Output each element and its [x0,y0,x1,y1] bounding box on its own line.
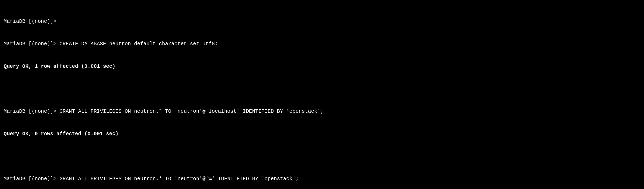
prompt-5: MariaDB [(none)]> GRANT ALL PRIVILEGES O… [4,108,323,114]
prompt-2: MariaDB [(none)]> CREATE DATABASE neutro… [4,41,218,47]
prompt-1: MariaDB [(none)]> [4,18,56,24]
terminal-line-8: MariaDB [(none)]> GRANT ALL PRIVILEGES O… [4,175,640,183]
terminal-line-5: MariaDB [(none)]> GRANT ALL PRIVILEGES O… [4,108,640,115]
result-3: Query OK, 1 row affected (0.001 sec) [4,63,115,69]
terminal-line-4 [4,85,640,93]
prompt-8: MariaDB [(none)]> GRANT ALL PRIVILEGES O… [4,176,299,182]
terminal-line-1: MariaDB [(none)]> [4,18,640,25]
terminal-line-2: MariaDB [(none)]> CREATE DATABASE neutro… [4,40,640,48]
result-6: Query OK, 0 rows affected (0.001 sec) [4,131,119,137]
terminal-line-6: Query OK, 0 rows affected (0.001 sec) [4,130,640,138]
terminal-line-3: Query OK, 1 row affected (0.001 sec) [4,63,640,70]
terminal-window: MariaDB [(none)]> MariaDB [(none)]> CREA… [4,3,640,189]
terminal-line-7 [4,153,640,160]
